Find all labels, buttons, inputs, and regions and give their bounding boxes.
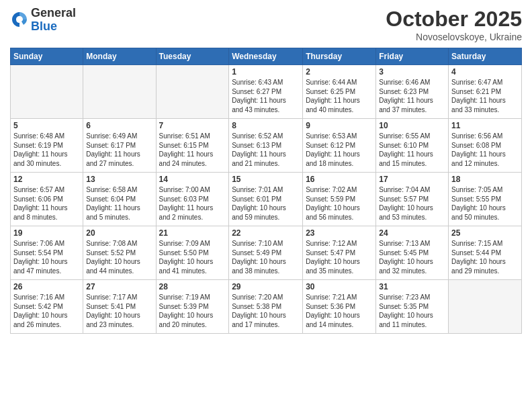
day-number: 2	[306, 67, 373, 77]
day-number: 6	[86, 121, 152, 130]
logo-text: General Blue	[31, 7, 76, 34]
calendar-cell: 2Sunrise: 6:44 AM Sunset: 6:25 PM Daylig…	[303, 65, 376, 119]
day-info: Sunrise: 6:44 AM Sunset: 6:25 PM Dayligh…	[306, 78, 373, 114]
day-number: 16	[306, 175, 373, 184]
day-info: Sunrise: 7:08 AM Sunset: 5:52 PM Dayligh…	[86, 239, 152, 275]
day-number: 7	[159, 121, 226, 130]
day-info: Sunrise: 7:23 AM Sunset: 5:35 PM Dayligh…	[379, 293, 445, 329]
day-info: Sunrise: 7:16 AM Sunset: 5:42 PM Dayligh…	[13, 293, 80, 329]
logo-general-text: General	[31, 7, 76, 20]
calendar-cell: 4Sunrise: 6:47 AM Sunset: 6:21 PM Daylig…	[449, 65, 522, 119]
day-info: Sunrise: 7:15 AM Sunset: 5:44 PM Dayligh…	[451, 239, 519, 275]
calendar-cell: 12Sunrise: 6:57 AM Sunset: 6:06 PM Dayli…	[11, 173, 83, 226]
title-block: October 2025 Novoselovskoye, Ukraine	[386, 7, 522, 42]
day-number: 14	[159, 175, 226, 184]
calendar-cell: 6Sunrise: 6:49 AM Sunset: 6:17 PM Daylig…	[83, 119, 156, 173]
day-info: Sunrise: 6:43 AM Sunset: 6:27 PM Dayligh…	[232, 78, 300, 114]
calendar-cell: 28Sunrise: 7:19 AM Sunset: 5:39 PM Dayli…	[156, 280, 229, 334]
day-number: 26	[13, 282, 80, 291]
calendar-cell	[449, 280, 522, 334]
week-row-3: 12Sunrise: 6:57 AM Sunset: 6:06 PM Dayli…	[11, 173, 522, 226]
day-number: 29	[232, 282, 300, 291]
calendar-cell: 24Sunrise: 7:13 AM Sunset: 5:45 PM Dayli…	[376, 226, 449, 280]
calendar-cell: 18Sunrise: 7:05 AM Sunset: 5:55 PM Dayli…	[449, 173, 522, 226]
day-number: 9	[306, 121, 373, 130]
day-number: 5	[13, 121, 80, 130]
day-info: Sunrise: 7:09 AM Sunset: 5:50 PM Dayligh…	[159, 239, 226, 275]
col-saturday: Saturday	[449, 48, 522, 65]
day-number: 15	[232, 175, 300, 184]
calendar-cell: 9Sunrise: 6:53 AM Sunset: 6:12 PM Daylig…	[303, 119, 376, 173]
day-number: 8	[232, 121, 300, 130]
day-info: Sunrise: 7:05 AM Sunset: 5:55 PM Dayligh…	[451, 185, 519, 222]
week-row-5: 26Sunrise: 7:16 AM Sunset: 5:42 PM Dayli…	[11, 280, 522, 334]
calendar-cell: 5Sunrise: 6:48 AM Sunset: 6:19 PM Daylig…	[11, 119, 83, 173]
day-info: Sunrise: 7:10 AM Sunset: 5:49 PM Dayligh…	[232, 239, 300, 275]
col-thursday: Thursday	[303, 48, 376, 65]
day-number: 22	[232, 228, 300, 238]
calendar-cell	[11, 65, 83, 119]
calendar-cell: 26Sunrise: 7:16 AM Sunset: 5:42 PM Dayli…	[11, 280, 83, 334]
calendar-header-row: Sunday Monday Tuesday Wednesday Thursday…	[11, 48, 522, 65]
month-title: October 2025	[386, 7, 522, 32]
day-number: 27	[86, 282, 152, 291]
page: General Blue October 2025 Novoselovskoye…	[0, 0, 532, 340]
day-info: Sunrise: 6:52 AM Sunset: 6:13 PM Dayligh…	[232, 132, 300, 168]
day-number: 11	[451, 121, 519, 130]
logo-blue-text: Blue	[31, 20, 76, 34]
day-info: Sunrise: 7:21 AM Sunset: 5:36 PM Dayligh…	[306, 293, 373, 329]
day-info: Sunrise: 6:49 AM Sunset: 6:17 PM Dayligh…	[86, 132, 152, 168]
day-info: Sunrise: 6:55 AM Sunset: 6:10 PM Dayligh…	[379, 132, 445, 168]
calendar-cell: 13Sunrise: 6:58 AM Sunset: 6:04 PM Dayli…	[83, 173, 156, 226]
day-number: 18	[451, 175, 519, 184]
day-number: 25	[451, 228, 519, 238]
col-sunday: Sunday	[11, 48, 83, 65]
day-info: Sunrise: 7:12 AM Sunset: 5:47 PM Dayligh…	[306, 239, 373, 275]
calendar-cell: 31Sunrise: 7:23 AM Sunset: 5:35 PM Dayli…	[376, 280, 449, 334]
week-row-1: 1Sunrise: 6:43 AM Sunset: 6:27 PM Daylig…	[11, 65, 522, 119]
week-row-2: 5Sunrise: 6:48 AM Sunset: 6:19 PM Daylig…	[11, 119, 522, 173]
day-info: Sunrise: 7:02 AM Sunset: 5:59 PM Dayligh…	[306, 185, 373, 222]
day-number: 21	[159, 228, 226, 238]
day-number: 24	[379, 228, 445, 238]
calendar-cell: 8Sunrise: 6:52 AM Sunset: 6:13 PM Daylig…	[229, 119, 303, 173]
day-info: Sunrise: 7:06 AM Sunset: 5:54 PM Dayligh…	[13, 239, 80, 275]
calendar-cell: 14Sunrise: 7:00 AM Sunset: 6:03 PM Dayli…	[156, 173, 229, 226]
calendar-cell: 27Sunrise: 7:17 AM Sunset: 5:41 PM Dayli…	[83, 280, 156, 334]
day-info: Sunrise: 6:58 AM Sunset: 6:04 PM Dayligh…	[86, 185, 152, 222]
calendar-cell: 11Sunrise: 6:56 AM Sunset: 6:08 PM Dayli…	[449, 119, 522, 173]
day-info: Sunrise: 6:46 AM Sunset: 6:23 PM Dayligh…	[379, 78, 445, 114]
calendar-cell: 20Sunrise: 7:08 AM Sunset: 5:52 PM Dayli…	[83, 226, 156, 280]
calendar-cell: 10Sunrise: 6:55 AM Sunset: 6:10 PM Dayli…	[376, 119, 449, 173]
calendar-cell: 3Sunrise: 6:46 AM Sunset: 6:23 PM Daylig…	[376, 65, 449, 119]
day-info: Sunrise: 6:57 AM Sunset: 6:06 PM Dayligh…	[13, 185, 80, 222]
calendar-cell: 29Sunrise: 7:20 AM Sunset: 5:38 PM Dayli…	[229, 280, 303, 334]
calendar-cell: 25Sunrise: 7:15 AM Sunset: 5:44 PM Dayli…	[449, 226, 522, 280]
day-number: 23	[306, 228, 373, 238]
calendar-cell: 30Sunrise: 7:21 AM Sunset: 5:36 PM Dayli…	[303, 280, 376, 334]
location-subtitle: Novoselovskoye, Ukraine	[386, 32, 522, 42]
calendar-cell: 15Sunrise: 7:01 AM Sunset: 6:01 PM Dayli…	[229, 173, 303, 226]
logo-icon	[10, 11, 29, 30]
col-monday: Monday	[83, 48, 156, 65]
day-info: Sunrise: 6:47 AM Sunset: 6:21 PM Dayligh…	[451, 78, 519, 114]
day-number: 30	[306, 282, 373, 291]
calendar-cell: 17Sunrise: 7:04 AM Sunset: 5:57 PM Dayli…	[376, 173, 449, 226]
day-info: Sunrise: 7:19 AM Sunset: 5:39 PM Dayligh…	[159, 293, 226, 329]
day-number: 3	[379, 67, 445, 77]
day-number: 1	[232, 67, 300, 77]
day-number: 19	[13, 228, 80, 238]
calendar-cell: 16Sunrise: 7:02 AM Sunset: 5:59 PM Dayli…	[303, 173, 376, 226]
day-info: Sunrise: 6:56 AM Sunset: 6:08 PM Dayligh…	[451, 132, 519, 168]
day-info: Sunrise: 6:53 AM Sunset: 6:12 PM Dayligh…	[306, 132, 373, 168]
day-info: Sunrise: 7:20 AM Sunset: 5:38 PM Dayligh…	[232, 293, 300, 329]
col-tuesday: Tuesday	[156, 48, 229, 65]
day-number: 28	[159, 282, 226, 291]
day-number: 31	[379, 282, 445, 291]
day-number: 4	[451, 67, 519, 77]
calendar-cell	[83, 65, 156, 119]
calendar-cell	[156, 65, 229, 119]
calendar-cell: 19Sunrise: 7:06 AM Sunset: 5:54 PM Dayli…	[11, 226, 83, 280]
day-info: Sunrise: 7:01 AM Sunset: 6:01 PM Dayligh…	[232, 185, 300, 222]
calendar-cell: 7Sunrise: 6:51 AM Sunset: 6:15 PM Daylig…	[156, 119, 229, 173]
